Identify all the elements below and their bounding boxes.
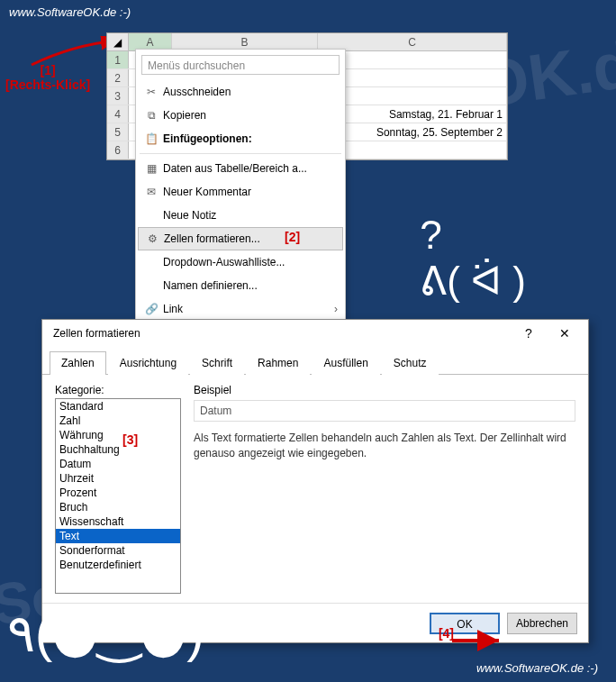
category-label: Kategorie: (55, 384, 181, 396)
category-item[interactable]: Wissenschaft (56, 514, 180, 529)
menu-item-label: Neuer Kommentar (161, 186, 338, 198)
category-item[interactable]: Währung (56, 428, 180, 442)
help-button[interactable]: ? (511, 326, 547, 341)
cell[interactable] (318, 51, 507, 68)
paste-icon: 📋 (141, 132, 161, 145)
menu-item-copy[interactable]: ⧉ Kopieren (138, 104, 343, 127)
menu-search-input[interactable]: Menüs durchsuchen (141, 55, 340, 75)
menu-item-label: Neue Notiz (161, 209, 338, 222)
comment-icon: ✉ (141, 186, 161, 198)
dialog-title: Zellen formatieren (53, 327, 140, 340)
format-cells-icon: ⚙ (142, 232, 162, 245)
menu-item-new-comment[interactable]: ✉ Neuer Kommentar (138, 180, 343, 204)
menu-item-new-note[interactable]: Neue Notiz (138, 204, 343, 227)
arrow-annotation-4 (450, 630, 504, 651)
category-listbox[interactable]: StandardZahlWährungBuchhaltungDatumUhrze… (55, 398, 181, 594)
close-button[interactable]: ✕ (547, 326, 583, 341)
tab-border[interactable]: Rahmen (246, 351, 310, 375)
decorative-figure: ٩(◕‿◕) (7, 603, 204, 664)
menu-item-link[interactable]: 🔗 Link › (138, 297, 343, 321)
category-item[interactable]: Datum (56, 457, 180, 471)
annotation-2: [2] (285, 230, 300, 244)
link-icon: 🔗 (141, 303, 161, 315)
cell[interactable]: Samstag, 21. Februar 1 (318, 105, 507, 123)
cell[interactable] (318, 69, 507, 86)
cut-icon: ✂ (141, 86, 161, 98)
category-item[interactable]: Zahl (56, 414, 180, 428)
menu-item-cut[interactable]: ✂ Ausschneiden (138, 80, 343, 104)
category-item[interactable]: Buchhaltung (56, 442, 180, 457)
row-header[interactable]: 2 (107, 69, 129, 86)
menu-item-data-from-table[interactable]: ▦ Daten aus Tabelle/Bereich a... (138, 157, 343, 180)
row-header[interactable]: 4 (107, 105, 129, 123)
menu-item-label: Dropdown-Auswahlliste... (161, 256, 338, 268)
menu-item-label: Ausschneiden (161, 86, 338, 98)
menu-item-define-names[interactable]: Namen definieren... (138, 274, 343, 297)
branding-url-top: www.SoftwareOK.de :-) (9, 5, 131, 19)
category-item[interactable]: Sonderformat (56, 543, 180, 558)
sample-label: Beispiel (194, 384, 575, 396)
format-cells-dialog: Zellen formatieren ? ✕ Zahlen Ausrichtun… (41, 319, 589, 643)
menu-item-label: Einfügeoptionen: (161, 132, 338, 145)
row-header[interactable]: 6 (107, 141, 129, 159)
select-all-corner[interactable]: ◢ (107, 33, 129, 50)
menu-item-format-cells[interactable]: ⚙ Zellen formatieren... (138, 227, 343, 250)
menu-item-label: Link (161, 303, 338, 315)
menu-separator (140, 153, 341, 154)
category-item[interactable]: Standard (56, 399, 180, 414)
category-item[interactable]: Prozent (56, 486, 180, 500)
row-header[interactable]: 5 (107, 123, 129, 141)
annotation-1: [1] [Rechts-Klick] (5, 63, 90, 92)
annotation-4: [4] (439, 626, 454, 641)
menu-item-label: Zellen formatieren... (162, 232, 337, 245)
dialog-tabs: Zahlen Ausrichtung Schrift Rahmen Ausfül… (42, 350, 588, 375)
tab-fill[interactable]: Ausfüllen (312, 351, 379, 375)
category-item[interactable]: Benutzerdefiniert (56, 558, 180, 572)
category-description: Als Text formatierte Zellen behandeln au… (194, 431, 575, 461)
cancel-button[interactable]: Abbrechen (507, 613, 577, 634)
tab-numbers[interactable]: Zahlen (50, 351, 106, 375)
chevron-right-icon: › (334, 303, 338, 315)
branding-url-bottom: www.SoftwareOK.de :-) (476, 661, 598, 675)
row-header[interactable]: 3 (107, 87, 129, 105)
column-header-c[interactable]: C (318, 33, 507, 50)
category-item[interactable]: Text (56, 529, 180, 543)
menu-item-dropdown-list[interactable]: Dropdown-Auswahlliste... (138, 250, 343, 274)
annotation-3: [3] (122, 432, 138, 447)
decorative-figure: ?ᕕ( ᐛ ) (420, 213, 526, 304)
tab-protection[interactable]: Schutz (382, 351, 439, 375)
cell[interactable]: Sonntag, 25. September 2 (318, 123, 507, 141)
menu-item-label: Namen definieren... (161, 279, 338, 292)
menu-item-paste-options[interactable]: 📋 Einfügeoptionen: (138, 127, 343, 150)
menu-item-label: Kopieren (161, 109, 338, 122)
context-menu: Menüs durchsuchen ✂ Ausschneiden ⧉ Kopie… (135, 49, 346, 323)
table-icon: ▦ (141, 162, 161, 175)
category-item[interactable]: Uhrzeit (56, 471, 180, 486)
copy-icon: ⧉ (141, 109, 161, 122)
menu-item-label: Daten aus Tabelle/Bereich a... (161, 162, 338, 175)
cell[interactable] (318, 141, 507, 159)
tab-font[interactable]: Schrift (190, 351, 244, 375)
sample-box: Datum (194, 400, 575, 422)
category-item[interactable]: Bruch (56, 500, 180, 514)
tab-alignment[interactable]: Ausrichtung (108, 351, 188, 375)
row-header[interactable]: 1 (107, 51, 129, 68)
cell[interactable] (318, 87, 507, 105)
